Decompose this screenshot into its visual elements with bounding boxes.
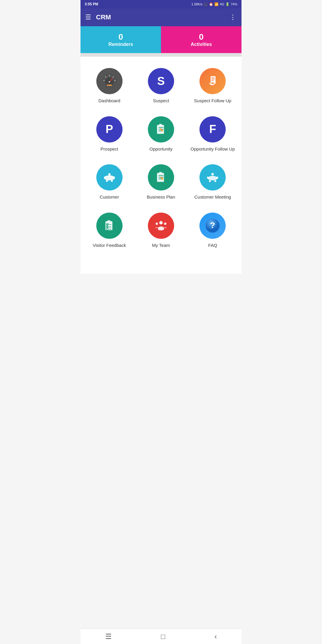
grid-item-customer-meeting[interactable]: Customer Meeting [187, 159, 239, 207]
my-team-label: My Team [152, 242, 170, 248]
svg-point-25 [108, 173, 110, 176]
business-plan-icon [148, 164, 174, 191]
svg-point-27 [113, 177, 115, 179]
svg-point-28 [106, 180, 108, 182]
top-bar-left: ☰ CRM [85, 13, 111, 21]
my-team-icon [148, 213, 174, 239]
network-speed: 1.58K/s [191, 2, 202, 6]
grid-item-opportunity[interactable]: Opportunity [135, 111, 187, 159]
svg-rect-32 [159, 172, 162, 174]
activities-card[interactable]: 0 Activities [161, 26, 242, 53]
svg-point-55 [159, 221, 163, 225]
reminders-card[interactable]: 0 Reminders [80, 26, 161, 53]
faq-icon: ? [199, 213, 226, 239]
battery-icon: 🔋 [225, 2, 230, 6]
hamburger-icon[interactable]: ☰ [85, 13, 91, 21]
grid-item-visitor-feedback[interactable]: Visitor Feedback [83, 207, 135, 256]
opportunity-followup-icon: F [199, 116, 226, 143]
faq-label: FAQ [208, 242, 217, 248]
svg-point-8 [109, 81, 110, 83]
stats-row: 0 Reminders 0 Activities [80, 26, 242, 53]
suspect-followup-label: Suspect Follow Up [194, 98, 231, 104]
network-type: 4G [220, 2, 224, 6]
svg-point-42 [216, 177, 219, 179]
svg-point-43 [209, 180, 211, 182]
svg-point-54 [154, 219, 168, 233]
suspect-followup-icon [199, 68, 226, 94]
grid-item-faq[interactable]: ? FAQ [187, 207, 239, 256]
headphone-icon: 🎧 [204, 2, 208, 6]
customer-label: Customer [100, 194, 119, 200]
alarm-icon: ⏰ [209, 2, 213, 6]
more-options-icon[interactable]: ⋮ [230, 13, 237, 21]
svg-rect-47 [107, 220, 110, 222]
business-plan-label: Business Plan [147, 194, 175, 200]
grid-item-opportunity-followup[interactable]: F Opportunity Follow Up [187, 111, 239, 159]
svg-rect-17 [159, 124, 162, 125]
time: 3:55 PM [85, 2, 98, 6]
customer-icon [96, 164, 123, 191]
opportunity-icon [148, 116, 174, 143]
top-bar: ☰ CRM ⋮ [80, 8, 242, 26]
status-bar: 3:55 PM 1.58K/s 🎧 ⏰ 📶 4G 🔋 74% [80, 0, 242, 8]
customer-meeting-label: Customer Meeting [194, 194, 231, 200]
app-title: CRM [96, 13, 111, 21]
status-icons: 1.58K/s 🎧 ⏰ 📶 4G 🔋 74% [191, 2, 237, 6]
activities-label: Activities [191, 42, 212, 47]
svg-point-56 [156, 222, 158, 225]
suspect-icon: S [148, 68, 174, 94]
svg-point-29 [111, 180, 113, 182]
reminders-count: 0 [118, 32, 123, 42]
battery-level: 74% [231, 2, 237, 6]
main-grid: Dashboard S Suspect Suspect Follow Up [80, 57, 242, 258]
divider [80, 53, 242, 57]
reminders-label: Reminders [109, 42, 133, 47]
svg-point-57 [164, 222, 166, 225]
activities-count: 0 [199, 32, 204, 42]
dashboard-label: Dashboard [98, 98, 120, 104]
svg-point-39 [208, 176, 218, 180]
prospect-label: Prospect [100, 146, 118, 152]
svg-point-40 [211, 173, 214, 175]
svg-rect-9 [107, 85, 112, 86]
customer-meeting-icon [199, 164, 226, 191]
prospect-icon: P [96, 116, 123, 143]
dashboard-icon [96, 68, 123, 94]
nav-spacer [80, 258, 242, 274]
opportunity-followup-label: Opportunity Follow Up [191, 146, 235, 152]
grid-item-my-team[interactable]: My Team [135, 207, 187, 256]
opportunity-label: Opportunity [149, 146, 173, 152]
svg-point-44 [214, 180, 216, 182]
grid-item-suspect[interactable]: S Suspect [135, 63, 187, 111]
grid-item-dashboard[interactable]: Dashboard [83, 63, 135, 111]
grid-item-business-plan[interactable]: Business Plan [135, 159, 187, 207]
grid-item-prospect[interactable]: P Prospect [83, 111, 135, 159]
grid-item-customer[interactable]: Customer [83, 159, 135, 207]
svg-point-41 [207, 177, 209, 179]
svg-point-26 [104, 177, 106, 179]
visitor-feedback-icon [96, 213, 123, 239]
suspect-label: Suspect [153, 98, 169, 104]
grid-item-suspect-followup[interactable]: Suspect Follow Up [187, 63, 239, 111]
svg-text:?: ? [210, 220, 215, 230]
visitor-feedback-label: Visitor Feedback [93, 242, 126, 248]
signal-icon: 📶 [214, 2, 219, 6]
